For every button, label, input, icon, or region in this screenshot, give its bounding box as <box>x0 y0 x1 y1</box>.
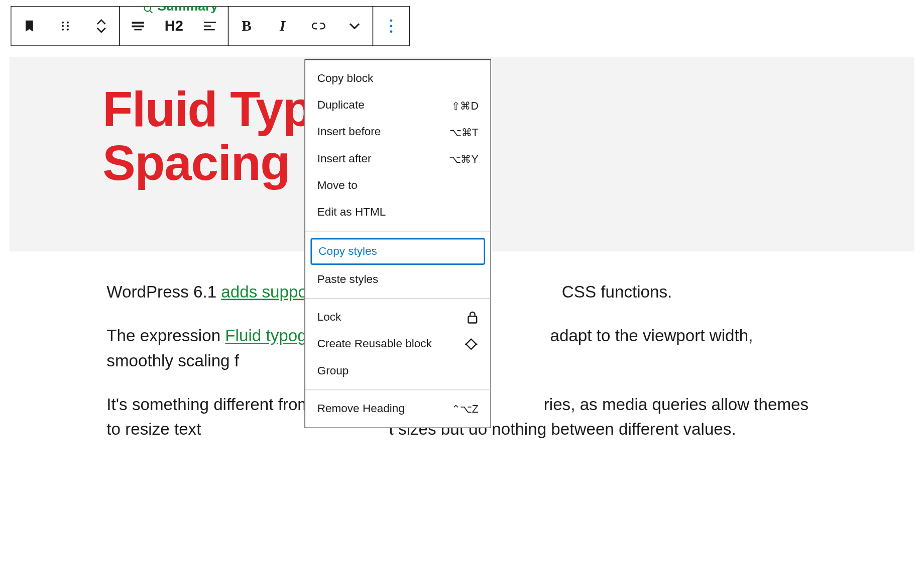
svg-rect-11 <box>204 22 216 23</box>
menu-lock[interactable]: Lock <box>305 304 491 331</box>
reusable-icon <box>464 338 479 351</box>
align-icon <box>131 20 145 32</box>
svg-point-3 <box>67 22 69 24</box>
menu-move-to[interactable]: Move to <box>305 172 491 199</box>
chevron-down-icon <box>349 23 360 29</box>
more-formatting-button[interactable] <box>336 7 373 45</box>
svg-line-1 <box>150 11 152 13</box>
svg-rect-9 <box>132 26 144 28</box>
chevron-up-icon <box>96 19 106 25</box>
text-align-left-icon <box>202 20 217 32</box>
bold-button[interactable]: B <box>228 7 265 45</box>
svg-point-16 <box>390 30 393 33</box>
bookmark-icon <box>22 19 37 33</box>
menu-insert-after[interactable]: Insert after⌥⌘Y <box>305 145 491 172</box>
summary-fragment: Summary <box>143 6 218 14</box>
block-options-menu: Copy block Duplicate⇧⌘D Insert before⌥⌘T… <box>304 59 491 428</box>
menu-insert-before[interactable]: Insert before⌥⌘T <box>305 119 491 145</box>
link-icon <box>311 22 326 31</box>
kebab-icon <box>389 19 393 33</box>
menu-remove-heading[interactable]: Remove Heading⌃⌥Z <box>305 396 491 422</box>
chevron-down-icon <box>96 27 106 33</box>
svg-rect-13 <box>204 29 215 30</box>
svg-rect-12 <box>204 26 211 27</box>
drag-handle-button[interactable] <box>47 7 83 45</box>
svg-point-5 <box>67 25 69 27</box>
svg-point-6 <box>62 29 64 31</box>
move-up-down-button[interactable] <box>83 7 120 45</box>
svg-rect-8 <box>132 22 144 24</box>
menu-edit-as-html[interactable]: Edit as HTML <box>305 199 491 226</box>
menu-paste-styles[interactable]: Paste styles <box>305 266 491 293</box>
svg-point-0 <box>145 6 151 12</box>
drag-icon <box>59 20 71 32</box>
lock-icon <box>467 311 479 324</box>
svg-rect-17 <box>468 316 477 323</box>
menu-copy-block[interactable]: Copy block <box>305 65 491 92</box>
svg-rect-10 <box>134 29 142 30</box>
svg-point-7 <box>67 29 69 31</box>
link-adds-support[interactable]: adds support <box>221 282 317 301</box>
menu-group[interactable]: Group <box>305 357 491 384</box>
block-type-icon[interactable] <box>12 7 48 45</box>
svg-point-15 <box>390 25 393 27</box>
menu-create-reusable[interactable]: Create Reusable block <box>305 331 491 357</box>
svg-point-14 <box>390 19 393 22</box>
more-options-button[interactable] <box>373 7 409 45</box>
svg-point-2 <box>62 22 64 24</box>
link-button[interactable] <box>300 7 336 45</box>
menu-copy-styles[interactable]: Copy styles <box>310 238 485 265</box>
italic-button[interactable]: I <box>265 7 301 45</box>
svg-point-4 <box>62 25 64 27</box>
menu-duplicate[interactable]: Duplicate⇧⌘D <box>305 92 491 119</box>
